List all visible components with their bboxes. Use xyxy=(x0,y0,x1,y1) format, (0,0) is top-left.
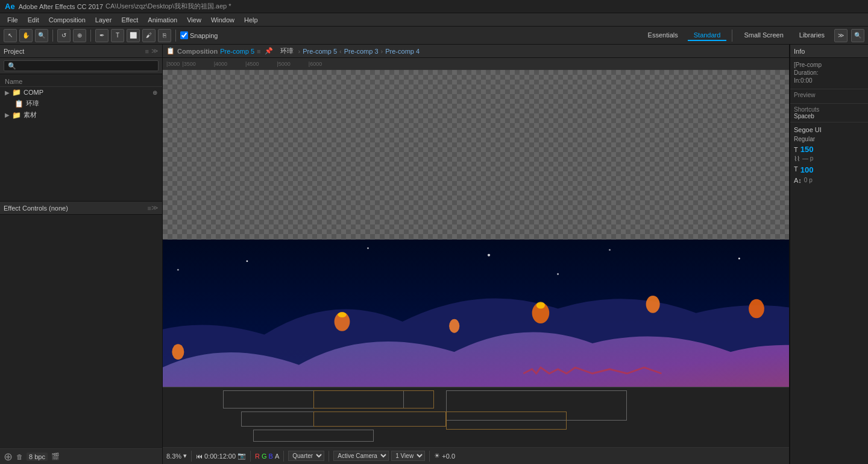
track-outline-2 xyxy=(313,390,434,408)
tracking-row: T 100 xyxy=(794,165,864,174)
zoom-dropdown[interactable]: ▾ xyxy=(183,452,187,460)
svg-point-6 xyxy=(609,249,611,251)
menu-animation[interactable]: Animation xyxy=(143,16,182,24)
paint-tool[interactable]: 🖌 xyxy=(142,29,156,42)
menu-composition[interactable]: Composition xyxy=(44,16,90,24)
quality-select-wrap[interactable]: Quarter xyxy=(288,451,324,461)
breadcrumb-active[interactable]: Pre-comp 5 xyxy=(220,48,254,55)
camera-icon[interactable]: 📷 xyxy=(237,452,246,460)
project-panel-expand[interactable]: ≫ xyxy=(151,47,159,55)
menu-window[interactable]: Window xyxy=(206,16,239,24)
right-info-panel: Info [Pre-comp Duration: In:0:00 Preview… xyxy=(790,45,868,464)
breadcrumb-home[interactable]: 环璋 xyxy=(280,46,294,56)
menu-bar: File Edit Composition Layer Effect Anima… xyxy=(0,13,868,27)
alpha-channel[interactable]: A xyxy=(275,453,279,460)
project-search-input[interactable] xyxy=(4,60,159,71)
ctrl-sep-5 xyxy=(429,451,430,462)
workspace-tabs: Essentials Standard Small Screen Librari… xyxy=(642,29,864,42)
spacing-value: 0 p xyxy=(804,177,813,184)
composition-toolbar-bottom: 8.3% ▾ ⏮ 0:00:12:00 📷 R G B A Quarter xyxy=(163,447,789,464)
ruler-mark-5: |6000 xyxy=(309,61,322,67)
camera-view-select-wrap[interactable]: Active Camera xyxy=(333,451,389,461)
project-file-list: Name ▶ 📁 COMP ⊕ 📋 环璋 ▶ 📁 素材 xyxy=(0,74,162,123)
ruler-mark-2: |4000 xyxy=(214,61,227,67)
track-outline-7 xyxy=(446,412,567,430)
tab-small-screen[interactable]: Small Screen xyxy=(738,30,789,41)
exposure-value: +0.0 xyxy=(442,453,455,460)
svg-point-3 xyxy=(247,261,248,262)
hand-tool[interactable]: ✋ xyxy=(19,29,33,42)
title-bar: Ae Adobe After Effects CC 2017 CA\Users\… xyxy=(0,0,868,13)
text-tool[interactable]: T xyxy=(111,29,124,42)
frame-btn-back[interactable]: ⏮ xyxy=(196,453,203,460)
pen-tool[interactable]: ✒ xyxy=(95,29,108,42)
svg-point-26 xyxy=(338,313,346,318)
svg-point-16 xyxy=(449,319,459,333)
track-outline-5 xyxy=(253,430,374,442)
zoom-tool[interactable]: 🔍 xyxy=(35,29,48,42)
shape-tool[interactable]: ⬜ xyxy=(127,29,140,42)
workspace-more[interactable]: ≫ xyxy=(834,29,848,42)
ruler-mark-1: |3500 xyxy=(182,61,195,67)
menu-edit[interactable]: Edit xyxy=(23,16,44,24)
menu-icon[interactable]: ≡ xyxy=(257,48,260,55)
tab-standard[interactable]: Standard xyxy=(688,30,727,41)
view-layout-select[interactable]: 1 View xyxy=(391,451,425,461)
project-item-comp[interactable]: ▶ 📁 COMP ⊕ xyxy=(0,87,162,98)
view-layout-select-wrap[interactable]: 1 View xyxy=(391,451,425,461)
menu-layer[interactable]: Layer xyxy=(90,16,117,24)
project-item-name-2: 环璋 xyxy=(26,99,39,108)
rotate-tool[interactable]: ↺ xyxy=(57,29,71,42)
tab-libraries[interactable]: Libraries xyxy=(793,30,831,41)
clone-tool[interactable]: ⎘ xyxy=(158,29,171,42)
snapping-control[interactable]: Snapping xyxy=(180,31,218,39)
breadcrumb-item-2[interactable]: Pre-comp 3 xyxy=(344,48,379,55)
shortcuts-section: Shortcuts Spaceb xyxy=(790,103,868,122)
menu-view[interactable]: View xyxy=(182,16,206,24)
project-item-huanzhang[interactable]: 📋 环璋 xyxy=(0,98,162,109)
font-size-value-1: 150 xyxy=(800,145,814,154)
kern-row: ⌇⌇ — p xyxy=(794,155,864,163)
current-time-display: 0:00:12:00 xyxy=(204,453,236,460)
menu-effect[interactable]: Effect xyxy=(116,16,143,24)
effect-controls-panel: Effect Controls (none) ≡ ≫ xyxy=(0,202,162,448)
search-btn[interactable]: 🔍 xyxy=(851,29,864,42)
svg-point-5 xyxy=(488,254,490,256)
zoom-control[interactable]: 8.3% ▾ xyxy=(166,452,187,460)
camera-view-select[interactable]: Active Camera xyxy=(333,451,389,461)
svg-point-4 xyxy=(367,247,369,249)
tracking-value: 100 xyxy=(800,165,814,174)
effect-panel-expand[interactable]: ≫ xyxy=(151,204,159,212)
menu-file[interactable]: File xyxy=(2,16,23,24)
project-item-material[interactable]: ▶ 📁 素材 xyxy=(0,109,162,121)
exposure-icon: ☀ xyxy=(434,452,440,460)
font-name: Segoe UI xyxy=(794,126,864,133)
green-channel[interactable]: G xyxy=(262,453,267,460)
project-item-name-3: 素材 xyxy=(24,110,37,119)
kern-icon: ⌇⌇ xyxy=(794,155,800,163)
ctrl-sep-1 xyxy=(191,451,192,462)
typography-section: Segoe UI Regular T 150 ⌇⌇ — p T 100 A↕ 0… xyxy=(790,122,868,188)
tab-essentials[interactable]: Essentials xyxy=(642,30,684,41)
ctrl-sep-2 xyxy=(250,451,251,462)
project-render-icon: 🎬 xyxy=(51,453,60,460)
toolbar: ↖ ✋ 🔍 ↺ ⊕ ✒ T ⬜ 🖌 ⎘ Snapping Essentials … xyxy=(0,27,868,45)
exposure-control: ☀ +0.0 xyxy=(434,452,455,460)
composition-viewport xyxy=(163,70,789,447)
red-channel[interactable]: R xyxy=(255,453,260,460)
composition-viewer: 📋 Composition Pre-comp 5 ≡ 📌 环璋 › Pre-co… xyxy=(163,45,790,464)
blue-channel[interactable]: B xyxy=(269,453,273,460)
ruler-marks: |3500 |4000 |4500 |5000 |6000 xyxy=(182,61,789,67)
snapping-checkbox[interactable] xyxy=(180,31,188,39)
project-panel-menu[interactable]: ≡ xyxy=(145,48,149,55)
select-tool[interactable]: ↖ xyxy=(4,29,17,42)
breadcrumb-item-1[interactable]: Pre-comp 5 xyxy=(303,48,337,55)
preview-label: Preview xyxy=(794,92,864,98)
quality-select[interactable]: Quarter xyxy=(288,451,324,461)
menu-help[interactable]: Help xyxy=(239,16,263,24)
orbit-tool[interactable]: ⊕ xyxy=(73,29,86,42)
comp-label: Composition xyxy=(177,48,218,55)
expand-arrow-2: ▶ xyxy=(5,112,10,118)
spacing-icon: A↕ xyxy=(794,177,802,184)
breadcrumb-item-3[interactable]: Pre-comp 4 xyxy=(385,48,420,55)
